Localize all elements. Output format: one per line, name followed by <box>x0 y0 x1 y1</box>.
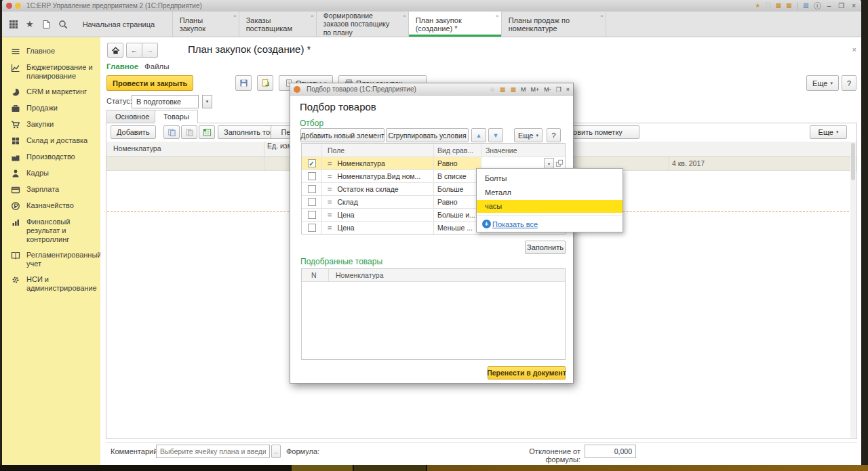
tab-tovary[interactable]: Товары <box>155 110 198 123</box>
dialog-title-text: Подбор товаров (1С:Предприятие) <box>307 85 416 93</box>
tab-order-formation[interactable]: Формирование заказов поставщику по плану… <box>317 12 409 37</box>
tab-close-icon[interactable]: × <box>233 13 237 19</box>
tab-purchase-plan-new[interactable]: План закупок (создание) *× <box>409 12 502 37</box>
forward-button[interactable]: → <box>142 43 158 58</box>
group-conditions-button[interactable]: Сгруппировать условия <box>386 128 469 142</box>
dialog-title-bar: Подбор товаров (1С:Предприятие) ☆ ▦ ▦ M … <box>290 83 573 96</box>
tab-close-icon[interactable]: × <box>600 13 604 19</box>
form-nav-main[interactable]: Главное <box>106 62 138 70</box>
tab-sales-plans[interactable]: Планы продаж по номенклатуре× <box>502 12 606 37</box>
copy-rows-button[interactable] <box>181 125 197 139</box>
sidebar-item-main[interactable]: Главное <box>2 43 100 60</box>
home-button[interactable] <box>107 43 123 58</box>
sidebar-item-budgeting[interactable]: Бюджетирование и планирование <box>2 60 100 84</box>
dialog-window2-icon[interactable]: ▦ <box>510 86 516 93</box>
dialog-close-icon[interactable]: × <box>566 86 570 93</box>
favorites-add-icon[interactable]: ★ <box>755 3 760 9</box>
sidebar-item-warehouse[interactable]: Склад и доставка <box>2 133 100 149</box>
caret-down-icon: ▾ <box>830 81 833 86</box>
product-selection-dialog: Подбор товаров (1С:Предприятие) ☆ ▦ ▦ M … <box>290 83 574 384</box>
checkbox-unchecked[interactable] <box>308 211 316 219</box>
dropdown-item-selected[interactable]: часы <box>477 200 623 213</box>
dialog-restore-icon[interactable]: ❐ <box>556 86 561 93</box>
add-new-element-button[interactable]: Добавить новый элемент <box>300 128 384 142</box>
restore-button[interactable]: ❐ <box>837 2 846 9</box>
tab-purchase-plans[interactable]: Планы закупок× <box>173 12 239 37</box>
taskbar-segment <box>427 465 868 471</box>
factory-icon <box>11 152 20 162</box>
dropdown-item[interactable]: Металл <box>477 186 623 200</box>
sidebar-item-purchases[interactable]: Закупки <box>2 117 100 133</box>
fill-button[interactable]: Заполнить <box>525 241 566 254</box>
spreadsheet-button[interactable] <box>199 125 215 139</box>
tab-close-icon[interactable]: × <box>311 13 314 19</box>
sidebar-item-crm[interactable]: CRM и маркетинг <box>2 84 100 100</box>
col-value: Значение <box>481 144 565 157</box>
dialog-star-icon[interactable]: ☆ <box>490 86 495 93</box>
sidebar-item-accounting[interactable]: Регламентированный учет <box>2 247 100 272</box>
status-combo[interactable]: В подготовке <box>132 95 199 108</box>
form-nav-files[interactable]: Файлы <box>144 62 170 70</box>
post-and-close-button[interactable]: Провести и закрыть <box>106 75 193 91</box>
dropdown-item[interactable]: Болты <box>477 171 623 186</box>
transfer-to-document-button[interactable]: Перенести в документ <box>488 366 566 380</box>
save-button[interactable] <box>235 75 252 91</box>
dialog-window1-icon[interactable]: ▦ <box>500 86 506 93</box>
tab-supplier-orders[interactable]: Заказы поставщикам× <box>239 12 317 37</box>
checkbox-unchecked[interactable] <box>308 185 316 193</box>
sidebar-item-production[interactable]: Производство <box>2 149 100 165</box>
dialog-mminus-button[interactable]: M- <box>544 86 551 93</box>
dialog-mplus-button[interactable]: M+ <box>530 86 539 93</box>
split-view-icon[interactable]: ▥ <box>803 3 809 9</box>
open-value-icon[interactable] <box>555 159 564 167</box>
form-more-button[interactable]: Еще▾ <box>806 75 839 91</box>
person-icon <box>11 169 20 178</box>
sidebar-item-sales[interactable]: Продажи <box>2 100 100 117</box>
back-button[interactable]: ← <box>126 43 142 58</box>
checkbox-unchecked[interactable] <box>308 172 316 180</box>
value-dropdown-button[interactable]: ▾ <box>544 158 554 169</box>
crm-icon <box>11 87 20 97</box>
tab-osnovnoe[interactable]: Основное <box>106 110 158 123</box>
minimize-button[interactable]: – <box>826 2 833 9</box>
search-icon[interactable] <box>58 20 68 29</box>
sidebar-item-admin[interactable]: НСИ и администрирование <box>2 272 100 296</box>
tab-home[interactable]: Начальная страница <box>76 12 173 37</box>
comment-input[interactable] <box>156 445 270 458</box>
dialog-m-button[interactable]: M <box>521 86 526 93</box>
deviation-value: 0,000 <box>585 445 636 458</box>
calendar-icon[interactable]: ▦ <box>775 3 781 9</box>
tab-close-icon[interactable]: × <box>496 13 499 19</box>
checkbox-unchecked[interactable] <box>308 224 316 232</box>
info-icon[interactable]: i <box>814 2 821 9</box>
comment-label: Комментарий: <box>111 447 159 455</box>
sidebar-item-treasury[interactable]: Казначейство <box>2 198 100 214</box>
dialog-more-button[interactable]: Еще▾ <box>514 128 542 142</box>
create-based-on-button[interactable] <box>257 75 273 91</box>
menu-grid-icon[interactable] <box>9 20 18 29</box>
sidebar-item-finance[interactable]: Финансовый результат и контроллинг <box>2 214 100 247</box>
close-button[interactable]: × <box>850 2 857 9</box>
link-icon[interactable]: ❐ <box>765 3 770 9</box>
panel-more-button[interactable]: Еще▾ <box>810 125 847 139</box>
sidebar-item-hr[interactable]: Кадры <box>2 165 100 182</box>
history-icon[interactable] <box>41 20 51 29</box>
items-scrollbar[interactable] <box>850 142 856 438</box>
status-combo-button[interactable]: ▾ <box>202 95 212 108</box>
favorites-icon[interactable]: ★ <box>26 20 34 28</box>
checkbox-unchecked[interactable] <box>308 198 316 206</box>
dialog-help-button[interactable]: ? <box>547 128 561 142</box>
comment-more-button[interactable]: ... <box>271 445 281 458</box>
app-logo2-icon <box>15 3 21 9</box>
copy-row-button[interactable] <box>163 125 180 139</box>
tab-close-icon[interactable]: × <box>403 13 406 20</box>
add-row-button[interactable]: Добавить <box>111 125 156 139</box>
checkbox-checked[interactable]: ✓ <box>308 159 316 167</box>
form-close-icon[interactable]: × <box>852 45 856 54</box>
calculator-icon[interactable]: ▦ <box>786 3 792 9</box>
sidebar-item-salary[interactable]: Зарплата <box>2 182 100 198</box>
form-help-button[interactable]: ? <box>842 75 856 91</box>
move-up-button[interactable]: ▲ <box>471 128 486 142</box>
move-down-button[interactable]: ▼ <box>488 128 503 142</box>
show-all-link[interactable]: + Показать все <box>477 215 623 228</box>
